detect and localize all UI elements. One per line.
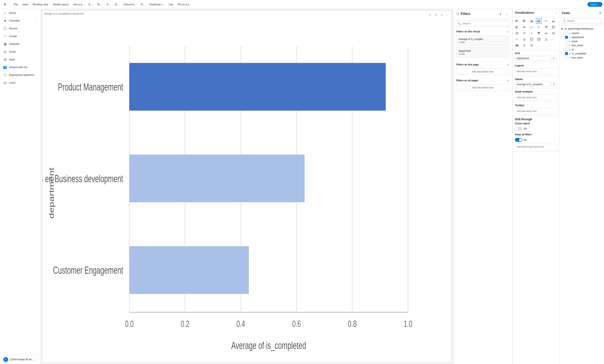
filters-on-visual-more[interactable]: ··· bbox=[507, 30, 509, 34]
viz-stacked-bar-icon[interactable] bbox=[514, 18, 520, 24]
viz-cross-report-toggle[interactable]: Off bbox=[515, 126, 557, 131]
fields-checkbox-is-completed[interactable]: ✓ bbox=[565, 52, 568, 55]
viz-clustered-bar-icon[interactable] bbox=[521, 18, 527, 24]
viz-analytics-icon[interactable] bbox=[529, 43, 535, 48]
viz-scatter-icon[interactable] bbox=[536, 24, 542, 30]
viz-small-multiples-add[interactable]: Add data fields here bbox=[515, 94, 557, 100]
viz-legend-add[interactable]: Add data fields here bbox=[515, 68, 557, 74]
menu-s[interactable]: S... bbox=[104, 2, 113, 7]
fields-item-id[interactable]: Σ id bbox=[559, 48, 604, 51]
fields-checkbox-first-name[interactable] bbox=[565, 44, 568, 47]
chat-button[interactable]: Chat i... bbox=[588, 2, 602, 7]
menu-b[interactable]: B... bbox=[113, 2, 121, 7]
viz-ribbon-chart-icon[interactable] bbox=[521, 24, 527, 30]
viz-tooltips-add[interactable]: Add data fields here bbox=[515, 108, 557, 114]
sidebar-item-datasets[interactable]: ▦ Datasets bbox=[0, 40, 40, 48]
fields-checkbox-last-name[interactable] bbox=[565, 56, 568, 59]
filters-on-page-add[interactable]: Add data fields here bbox=[456, 68, 509, 75]
fields-item-is-completed[interactable]: ✓ Σ is_completed bbox=[559, 51, 604, 56]
viz-area-chart-icon[interactable] bbox=[551, 18, 556, 24]
sidebar-item-favorites[interactable]: ★ Favorites › bbox=[0, 17, 40, 25]
menu-duplicate[interactable]: Duplicate t... bbox=[147, 2, 166, 7]
viz-axis-clear-button[interactable]: ✕ bbox=[553, 57, 555, 60]
fields-item-email[interactable]: ≡ email bbox=[559, 39, 604, 43]
viz-slicer-icon[interactable] bbox=[521, 37, 527, 42]
sidebar-item-recent[interactable]: 🕐 Recent › bbox=[0, 25, 40, 32]
fields-item-last-name[interactable]: ≡ last_name bbox=[559, 56, 604, 60]
focus-mode-button[interactable]: ⤢ bbox=[428, 13, 433, 17]
menu-mobile-layout[interactable]: Mobile layout bbox=[51, 2, 71, 7]
viz-axis-dropdown[interactable]: department ⌄ ✕ bbox=[515, 56, 557, 61]
viz-card-icon[interactable]: 123 bbox=[551, 30, 556, 36]
sidebar-workspace[interactable]: 2L 2LRN4 Power BI wo... ⌄ bbox=[0, 355, 40, 364]
viz-stacked-col-icon[interactable] bbox=[529, 18, 535, 24]
fields-checkbox-email[interactable] bbox=[565, 40, 568, 43]
viz-funnel-icon[interactable] bbox=[536, 30, 542, 36]
menu-visual[interactable]: Visual int... bbox=[121, 2, 138, 7]
viz-clustered-col-icon[interactable] bbox=[536, 18, 542, 24]
filter-card-avg-title: Average of is_complet... bbox=[458, 38, 507, 40]
menu-reading-view[interactable]: Reading view bbox=[31, 2, 50, 7]
sidebar-item-apps[interactable]: ⊞ Apps bbox=[0, 55, 40, 63]
cross-report-toggle-track[interactable] bbox=[515, 127, 522, 131]
menu-te[interactable]: Te... bbox=[95, 2, 104, 7]
fields-checkbox-department[interactable]: ✓ bbox=[565, 36, 568, 39]
fields-search-input[interactable] bbox=[561, 18, 602, 24]
keep-all-filters-toggle-track[interactable] bbox=[515, 138, 522, 142]
viz-gauge-icon[interactable] bbox=[543, 30, 549, 36]
viz-decomp-tree-icon[interactable] bbox=[543, 37, 549, 42]
menu-pin[interactable]: Pin to a d... bbox=[176, 2, 193, 7]
viz-table-icon[interactable] bbox=[529, 37, 535, 42]
filters-search-input[interactable] bbox=[456, 21, 509, 26]
viz-keep-all-filters-toggle[interactable]: On bbox=[515, 137, 557, 142]
fields-checkbox-course[interactable] bbox=[565, 32, 568, 35]
viz-matrix-icon[interactable] bbox=[536, 37, 542, 42]
sidebar-item-home[interactable]: ⌂ Home bbox=[0, 9, 40, 17]
sidebar-item-learn[interactable]: 📖 Learn bbox=[0, 79, 40, 87]
viz-kpi-icon[interactable]: KPI bbox=[514, 37, 520, 42]
fields-item-department[interactable]: ✓ ≡ department bbox=[559, 35, 604, 39]
menu-r[interactable]: R... bbox=[139, 2, 147, 7]
sidebar-item-create[interactable]: + Create bbox=[0, 32, 40, 40]
menu-view[interactable]: View bbox=[20, 2, 30, 7]
menu-file[interactable]: File bbox=[12, 2, 20, 7]
filters-expand-button[interactable]: › bbox=[504, 12, 509, 16]
viz-values-dropdown[interactable]: Average of is_complete... ⌄ ✕ bbox=[515, 82, 557, 87]
filter-card-dept[interactable]: department is (All) bbox=[456, 47, 509, 57]
expand-button[interactable]: ⤡ bbox=[439, 13, 444, 17]
sidebar-item-deployment[interactable]: ⬡ Deployment pipelines bbox=[0, 71, 40, 79]
viz-drill-through-add[interactable]: Add drill-through fields here bbox=[515, 144, 557, 150]
fields-item-first-name[interactable]: ≡ first_name bbox=[559, 43, 604, 48]
hamburger-button[interactable]: ☰ bbox=[2, 1, 8, 8]
viz-line-chart-icon[interactable] bbox=[543, 18, 549, 24]
menu-ask[interactable]: Ask a q... bbox=[71, 2, 86, 7]
fields-table-header[interactable]: ▶ ⊞ percentage-finished-pe... bbox=[559, 26, 604, 31]
sidebar-item-goals[interactable]: ◎ Goals bbox=[0, 48, 40, 55]
menu-e[interactable]: E... bbox=[87, 2, 95, 7]
fields-item-course[interactable]: ≡ course bbox=[559, 31, 604, 35]
viz-values-clear-button[interactable]: ✕ bbox=[553, 83, 555, 86]
more-options-button[interactable]: ··· bbox=[445, 13, 450, 17]
viz-azure-map-icon[interactable] bbox=[529, 30, 535, 36]
filters-info-button[interactable]: ℹ bbox=[498, 12, 503, 16]
menu-sav[interactable]: Sav bbox=[167, 2, 175, 7]
fields-panel-close-icon[interactable]: ✕ bbox=[599, 11, 602, 15]
filters-on-page-more[interactable]: ··· bbox=[507, 63, 509, 67]
filters-on-all-more[interactable]: ··· bbox=[507, 79, 509, 83]
filter-card-avg[interactable]: Average of is_complet... is (All) bbox=[456, 36, 509, 46]
sidebar-item-shared[interactable]: 👥 Shared with me bbox=[0, 63, 40, 71]
filter-button[interactable]: ▽ bbox=[433, 13, 438, 17]
fields-checkbox-id[interactable] bbox=[565, 48, 568, 51]
viz-pie-chart-icon[interactable] bbox=[543, 24, 549, 30]
viz-filled-map-icon[interactable] bbox=[521, 30, 527, 36]
viz-build-icon[interactable] bbox=[514, 43, 520, 48]
viz-format-icon[interactable] bbox=[521, 43, 527, 48]
fields-label-first-name: first_name bbox=[572, 44, 583, 47]
viz-waterfall-icon[interactable] bbox=[529, 24, 535, 30]
viz-more-icon[interactable]: ··· bbox=[551, 37, 556, 42]
filters-on-page-section: Filters on this page ··· Add data fields… bbox=[453, 61, 512, 77]
viz-line-clustered-icon[interactable] bbox=[514, 24, 520, 30]
viz-map-icon[interactable] bbox=[514, 30, 520, 36]
viz-treemap-icon[interactable] bbox=[551, 24, 556, 30]
filters-on-all-add[interactable]: Add data fields here bbox=[456, 84, 509, 91]
